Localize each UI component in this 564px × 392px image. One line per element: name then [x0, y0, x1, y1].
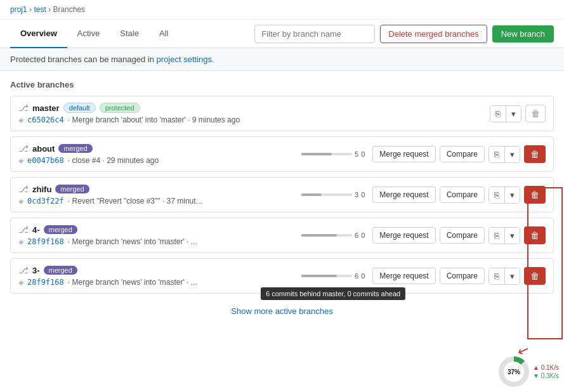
branches-section: Active branches ⎇ master default protect… — [0, 71, 564, 334]
num-ahead: 0 — [361, 272, 365, 280]
merge-request-button[interactable]: Merge request — [372, 227, 435, 244]
merge-request-button[interactable]: Merge request — [372, 146, 435, 162]
branch-icon: ⎇ — [18, 143, 29, 154]
show-more-link[interactable]: Show more active branches — [231, 306, 332, 316]
progress-area: 6 0 6 commits behind master, 0 commits a… — [301, 272, 365, 280]
num-behind: 6 — [355, 272, 358, 280]
compare-button[interactable]: Compare — [440, 268, 485, 284]
commit-hash[interactable]: 0cd3f22f — [27, 197, 64, 206]
badge-merged: merged — [55, 185, 89, 193]
filter-input[interactable] — [254, 25, 375, 43]
branch-icon: ⎇ — [18, 184, 29, 194]
num-ahead: 0 — [361, 191, 365, 199]
commit-icon: ◈ — [18, 197, 23, 206]
delete-branch-button[interactable]: 🗑 — [524, 145, 546, 163]
commits-tooltip: 6 commits behind master, 0 commits ahead — [261, 287, 405, 300]
stats-numbers: ▲ 0.1K/s ▼ 0.3K/s — [533, 364, 559, 379]
branch-icon-group: ⎘ ▾ — [489, 146, 520, 163]
commit-hash[interactable]: c65026c4 — [27, 115, 64, 124]
progress-area: 3 0 — [301, 191, 365, 199]
chevron-button[interactable]: ▾ — [505, 268, 520, 284]
commit-message: · Revert "Revert "close #3"" · 37 minut.… — [68, 197, 202, 206]
badge-default: default — [63, 103, 96, 113]
stat-down: ▼ 0.3K/s — [533, 372, 559, 379]
num-ahead: 0 — [361, 150, 365, 158]
branch-info-master: ⎇ master default protected ◈ c65026c4 · … — [18, 103, 490, 124]
branch-name: master — [32, 103, 60, 113]
branch-row-master: ⎇ master default protected ◈ c65026c4 · … — [10, 96, 554, 131]
info-text: Protected branches can be managed in — [10, 55, 154, 64]
breadcrumb: proj1 › test › Branches — [0, 0, 564, 20]
delete-master-button[interactable]: 🗑 — [525, 105, 546, 122]
info-bar: Protected branches can be managed in pro… — [0, 48, 564, 71]
badge-merged: merged — [44, 225, 77, 234]
commit-hash[interactable]: 28f9f168 — [27, 237, 64, 246]
breadcrumb-test[interactable]: test — [34, 5, 46, 14]
branch-name: about — [32, 144, 55, 154]
copy-button[interactable]: ⎘ — [489, 228, 504, 244]
chevron-button[interactable]: ▾ — [505, 228, 520, 244]
branch-icon: ⎇ — [18, 265, 29, 275]
badge-protected: protected — [100, 103, 140, 113]
project-settings-link[interactable]: project settings. — [157, 55, 214, 64]
branch-actions-3: Merge request Compare ⎘ ▾ 🗑 — [372, 267, 546, 285]
branch-row-about: ⎇ about merged ◈ e0047b68 · close #4 · 2… — [10, 136, 554, 172]
branch-icon: ⎇ — [18, 103, 29, 113]
commit-message: · close #4 · 29 minutes ago — [68, 156, 159, 165]
delete-branch-button[interactable]: 🗑 — [524, 186, 546, 204]
delete-branch-button[interactable]: 🗑 — [524, 226, 546, 244]
commit-hash[interactable]: 28f9f168 — [27, 278, 64, 287]
branch-icon-group: ⎘ ▾ — [489, 268, 520, 285]
branch-actions-about: Merge request Compare ⎘ ▾ 🗑 — [372, 145, 546, 163]
tab-all[interactable]: All — [149, 20, 178, 48]
branch-name: zhifu — [32, 185, 51, 194]
branch-icon-group: ⎘ ▾ — [489, 186, 520, 204]
tabs: Overview Active Stale All — [10, 20, 254, 48]
chevron-button[interactable]: ▾ — [505, 147, 520, 162]
copy-button[interactable]: ⎘ — [489, 147, 504, 162]
stat-up: ▲ 0.1K/s — [533, 364, 559, 371]
delete-merged-button[interactable]: Delete merged branches — [380, 25, 487, 43]
section-title: Active branches — [10, 71, 554, 96]
stats-percent: 37% — [508, 369, 520, 376]
num-behind: 6 — [355, 232, 358, 239]
tab-active[interactable]: Active — [67, 20, 110, 48]
branch-info-about: ⎇ about merged ◈ e0047b68 · close #4 · 2… — [18, 143, 301, 165]
delete-branch-button[interactable]: 🗑 — [524, 267, 546, 285]
commit-icon: ◈ — [18, 238, 23, 246]
branch-name: 3- — [32, 266, 40, 275]
show-more: Show more active branches — [10, 299, 554, 323]
merge-request-button[interactable]: Merge request — [372, 186, 435, 203]
commit-hash[interactable]: e0047b68 — [27, 156, 64, 165]
copy-button[interactable]: ⎘ — [490, 106, 506, 122]
compare-button[interactable]: Compare — [440, 227, 485, 244]
tab-actions: Delete merged branches New branch — [254, 25, 554, 43]
branch-info-3: ⎇ 3- merged ◈ 28f9f168 · Merge branch 'n… — [18, 265, 301, 287]
branch-row-4: ⎇ 4- merged ◈ 28f9f168 · Merge branch 'n… — [10, 218, 554, 253]
branch-name: 4- — [32, 225, 40, 235]
branch-row-zhifu: ⎇ zhifu merged ◈ 0cd3f22f · Revert "Reve… — [10, 177, 554, 212]
badge-merged: merged — [58, 144, 92, 153]
breadcrumb-proj[interactable]: proj1 — [10, 5, 27, 14]
new-branch-button[interactable]: New branch — [492, 25, 554, 42]
copy-button[interactable]: ⎘ — [489, 268, 504, 284]
commit-icon: ◈ — [18, 116, 23, 124]
compare-button[interactable]: Compare — [440, 146, 485, 162]
num-behind: 3 — [355, 191, 358, 199]
branch-icon-group: ⎘ ▾ — [489, 227, 520, 244]
chevron-button[interactable]: ▾ — [506, 106, 521, 122]
commit-message: · Merge branch 'news' into 'master' · ..… — [68, 278, 197, 287]
merge-request-button[interactable]: Merge request — [372, 268, 435, 284]
compare-button[interactable]: Compare — [440, 186, 485, 203]
branch-info-zhifu: ⎇ zhifu merged ◈ 0cd3f22f · Revert "Reve… — [18, 184, 301, 206]
tab-overview[interactable]: Overview — [10, 20, 67, 48]
tab-stale[interactable]: Stale — [110, 20, 149, 48]
copy-button[interactable]: ⎘ — [489, 187, 504, 203]
branch-actions-master: ⎘ ▾ 🗑 — [490, 105, 546, 122]
chevron-button[interactable]: ▾ — [505, 187, 520, 203]
branch-actions-4: Merge request Compare ⎘ ▾ 🗑 — [372, 226, 546, 244]
commit-message: · Merge branch 'news' into 'master' · ..… — [68, 237, 197, 246]
badge-merged: merged — [44, 266, 77, 275]
progress-area: 6 0 — [301, 232, 365, 239]
commit-icon: ◈ — [18, 278, 23, 287]
